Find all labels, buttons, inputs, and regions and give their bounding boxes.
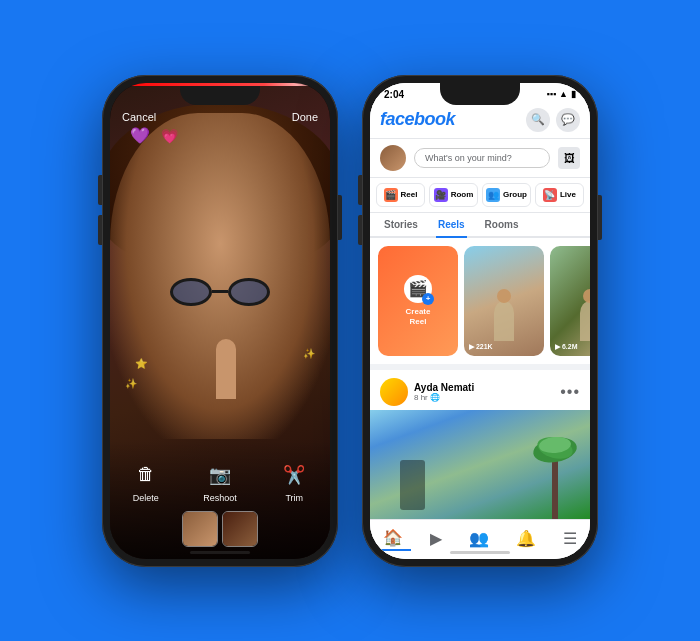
facebook-screen: 2:04 ▪▪▪ ▲ ▮ facebook 🔍 💬: [370, 83, 590, 559]
sparkle-1: ✨: [125, 378, 137, 389]
create-reel-item[interactable]: 🎬 + CreateReel: [378, 246, 458, 356]
post-header: Ayda Nemati 8 hr 🌐 •••: [370, 370, 590, 410]
left-phone-screen: Cancel Done 💜 💗: [110, 83, 330, 559]
post-meta: Ayda Nemati 8 hr 🌐: [414, 382, 554, 402]
post-image: [370, 410, 590, 520]
thumbnail-2[interactable]: [222, 511, 258, 547]
finger-gesture: [216, 339, 236, 399]
glasses: [170, 278, 270, 308]
reel-icon: 🎬: [384, 188, 398, 202]
live-label: Live: [560, 190, 576, 199]
room-action-button[interactable]: 🎥 Room: [429, 183, 478, 207]
live-icon: 📡: [543, 188, 557, 202]
quick-actions-bar: 🎬 Reel 🎥 Room 👥 Group 📡 Live: [370, 178, 590, 213]
create-reel-icon: 🎬 +: [404, 275, 432, 303]
live-action-button[interactable]: 📡 Live: [535, 183, 584, 207]
palm-tree-svg: [530, 430, 580, 520]
home-indicator-right: [450, 551, 510, 554]
photo-button[interactable]: 🖼: [558, 147, 580, 169]
trim-button[interactable]: ✂️ Trim: [280, 461, 308, 503]
status-icons: ▪▪▪ ▲ ▮: [547, 89, 577, 99]
reel-person-2: [580, 301, 590, 341]
reel-person-1: [494, 301, 514, 341]
nav-home[interactable]: 🏠: [375, 526, 411, 551]
delete-button[interactable]: 🗑 Delete: [132, 461, 160, 503]
tab-reels[interactable]: Reels: [436, 213, 467, 238]
hearts-decoration: 💜 💗: [130, 123, 178, 146]
reel-action-button[interactable]: 🎬 Reel: [376, 183, 425, 207]
nav-friends[interactable]: 👥: [461, 527, 497, 550]
video-controls: 🗑 Delete 📷 Reshoot ✂️ Trim: [110, 441, 330, 559]
nav-menu[interactable]: ☰: [555, 527, 585, 550]
reel-count-2: ▶ 6.2M: [555, 343, 578, 351]
glasses-right-lens: [228, 278, 270, 306]
search-button[interactable]: 🔍: [526, 108, 550, 132]
reshoot-button[interactable]: 📷 Reshoot: [203, 461, 237, 503]
room-icon: 🎥: [434, 188, 448, 202]
volume-down-button: [98, 215, 102, 245]
power-button: [338, 195, 342, 240]
right-phone-screen: 2:04 ▪▪▪ ▲ ▮ facebook 🔍 💬: [370, 83, 590, 559]
recording-bar: [110, 83, 330, 86]
header-icons: 🔍 💬: [526, 108, 580, 132]
video-editing-screen: Cancel Done 💜 💗: [110, 83, 330, 559]
reel-label: Reel: [401, 190, 418, 199]
video-thumbnails: [110, 511, 330, 547]
whats-on-mind-bar: What's on your mind? 🖼: [370, 139, 590, 178]
post-author-avatar: [380, 378, 408, 406]
glasses-left-lens: [170, 278, 212, 306]
person-in-photo: [400, 460, 425, 510]
cancel-button[interactable]: Cancel: [122, 111, 156, 123]
power-button-right: [598, 195, 602, 240]
tab-stories[interactable]: Stories: [382, 213, 420, 236]
content-tabs: Stories Reels Rooms: [370, 213, 590, 238]
tab-rooms[interactable]: Rooms: [483, 213, 521, 236]
plus-badge: +: [422, 293, 434, 305]
post-time: 8 hr 🌐: [414, 393, 554, 402]
battery-icon: ▮: [571, 89, 576, 99]
glasses-bridge: [212, 290, 228, 293]
group-label: Group: [503, 190, 527, 199]
create-reel-label: CreateReel: [406, 307, 431, 326]
nav-watch[interactable]: ▶: [422, 527, 450, 550]
status-input[interactable]: What's on your mind?: [414, 148, 550, 168]
right-phone: 2:04 ▪▪▪ ▲ ▮ facebook 🔍 💬: [362, 75, 598, 567]
messenger-button[interactable]: 💬: [556, 108, 580, 132]
done-button[interactable]: Done: [292, 111, 318, 123]
group-action-button[interactable]: 👥 Group: [482, 183, 531, 207]
time: 2:04: [384, 89, 404, 100]
signal-icon: ▪▪▪: [547, 89, 557, 99]
left-phone: Cancel Done 💜 💗: [102, 75, 338, 567]
reel-count-1: ▶ 221K: [469, 343, 493, 351]
reels-row: 🎬 + CreateReel ▶ 221K ▶ 6.2M: [370, 238, 590, 364]
wifi-icon: ▲: [559, 89, 568, 99]
sparkle-2: ✨: [303, 348, 315, 359]
thumbnail-1-image: [183, 512, 217, 546]
facebook-logo: facebook: [380, 109, 455, 130]
nav-notifications[interactable]: 🔔: [508, 527, 544, 550]
phones-container: Cancel Done 💜 💗: [102, 75, 598, 567]
sparkle-3: ⭐: [135, 358, 147, 369]
post-card: Ayda Nemati 8 hr 🌐 •••: [370, 370, 590, 520]
mute-button: [358, 175, 362, 205]
trash-icon: 🗑: [132, 461, 160, 489]
control-buttons: 🗑 Delete 📷 Reshoot ✂️ Trim: [110, 461, 330, 503]
notch-right: [440, 83, 520, 105]
volume-down-button-right: [358, 215, 362, 245]
post-more-button[interactable]: •••: [560, 383, 580, 401]
room-label: Room: [451, 190, 474, 199]
globe-icon: 🌐: [430, 393, 440, 402]
reel-item-1[interactable]: ▶ 221K: [464, 246, 544, 356]
thumbnail-1[interactable]: [182, 511, 218, 547]
camera-icon: 📷: [206, 461, 234, 489]
notch: [180, 83, 260, 105]
group-icon: 👥: [486, 188, 500, 202]
volume-up-button: [98, 175, 102, 205]
user-avatar: [380, 145, 406, 171]
video-top-bar: Cancel Done: [110, 111, 330, 123]
fb-header: facebook 🔍 💬: [370, 102, 590, 139]
scissors-icon: ✂️: [280, 461, 308, 489]
post-author-name: Ayda Nemati: [414, 382, 554, 393]
reel-item-2[interactable]: ▶ 6.2M: [550, 246, 590, 356]
thumbnail-2-image: [223, 512, 257, 546]
